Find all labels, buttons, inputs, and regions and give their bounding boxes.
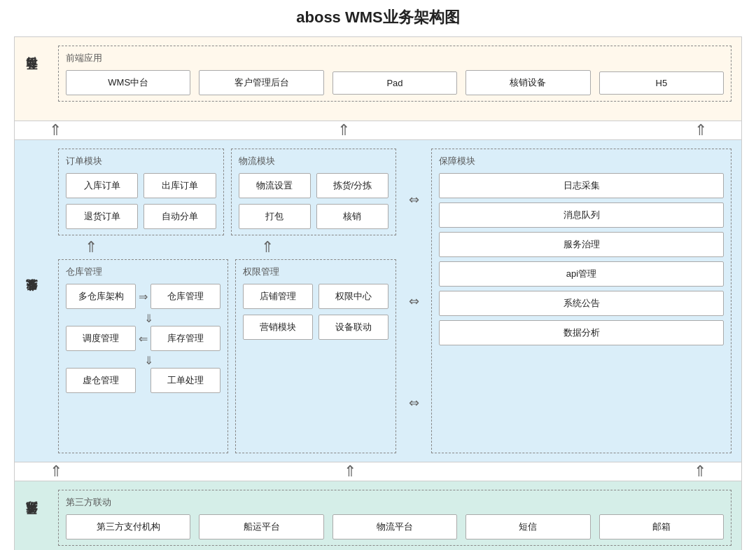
permission-items: 店铺管理 权限中心 营销模块 设备联动 [243, 284, 388, 340]
arrow-bt-2: ⇑ [344, 464, 356, 479]
guarantee-item-1: 消息队列 [439, 202, 724, 228]
main-diagram: 前台互动 前端应用 WMS中台 客户管理后台 Pad 核销设备 H5 ⇑ ⇑ ⇑… [14, 36, 742, 550]
frontend-dashed-box: 前端应用 WMS中台 客户管理后台 Pad 核销设备 H5 [58, 46, 732, 102]
third-items-row: 第三方支付机构 船运平台 物流平台 短信 邮箱 [66, 514, 724, 539]
frontend-item-0: WMS中台 [66, 70, 190, 95]
third-item-1: 船运平台 [199, 514, 323, 539]
order-item-3: 自动分单 [144, 204, 216, 229]
arrow-bt-1: ⇑ [50, 464, 62, 479]
h-arrow-2: ⇔ [409, 294, 419, 309]
frontend-items-row: WMS中台 客户管理后台 Pad 核销设备 H5 [66, 70, 724, 95]
guarantee-module: 保障模块 日志采集 消息队列 服务治理 api管理 系统公告 数据分析 [431, 149, 732, 453]
system-label: 系统业务 [15, 140, 48, 462]
arrow-3: ⇑ [694, 123, 707, 138]
arrows-frontend-system: ⇑ ⇑ ⇑ [15, 121, 741, 140]
permission-item-3: 设备联动 [318, 315, 388, 340]
warehouse-item-2: 调度管理 [66, 326, 136, 351]
third-item-0: 第三方支付机构 [66, 514, 190, 539]
permission-item-2: 营销模块 [243, 315, 313, 340]
h-arrows-col: ⇔ ⇔ ⇔ [403, 149, 424, 453]
guarantee-item-5: 数据分析 [439, 320, 724, 345]
third-item-2: 物流平台 [332, 514, 457, 539]
h-arrow-3: ⇔ [409, 395, 419, 411]
warehouse-item-4: 虚仓管理 [66, 368, 136, 393]
warehouse-item-0: 多仓库架构 [66, 284, 136, 309]
frontend-item-1: 客户管理后台 [199, 70, 323, 95]
arrow-bt-3: ⇑ [694, 464, 706, 479]
frontend-item-4: H5 [599, 71, 724, 95]
order-item-0: 入库订单 [66, 173, 138, 198]
arrow-wh-1: ⇒ [139, 290, 148, 303]
third-label: 第三方系统 [15, 481, 48, 550]
guarantee-item-0: 日志采集 [439, 173, 724, 198]
arrow-wh-down-2: ⇓ [144, 355, 153, 366]
logistics-module: 物流模块 物流设置 拣货/分拣 打包 核销 [231, 149, 397, 235]
permission-label: 权限管理 [243, 266, 388, 278]
arrows-system-third: ⇑ ⇑ ⇑ [15, 462, 741, 481]
third-content: 第三方联动 第三方支付机构 船运平台 物流平台 短信 邮箱 [48, 481, 741, 550]
permission-module: 权限管理 店铺管理 权限中心 营销模块 设备联动 [235, 259, 396, 453]
guarantee-item-2: 服务治理 [439, 232, 724, 257]
order-item-2: 退货订单 [66, 204, 138, 229]
arrow-2: ⇑ [337, 123, 350, 138]
third-item-4: 邮箱 [599, 514, 724, 539]
guarantee-label: 保障模块 [439, 155, 724, 167]
permission-item-1: 权限中心 [318, 284, 388, 309]
warehouse-item-5: 工单处理 [150, 368, 220, 393]
h-arrow-1: ⇔ [409, 192, 419, 207]
arrow-wh-down-1: ⇓ [144, 313, 153, 324]
third-row: 第三方系统 第三方联动 第三方支付机构 船运平台 物流平台 短信 邮箱 [15, 481, 741, 550]
arrow-mid-2: ⇑ [261, 240, 274, 255]
frontend-inner-label: 前端应用 [66, 52, 724, 64]
logistics-items: 物流设置 拣货/分拣 打包 核销 [239, 173, 389, 229]
frontend-label: 前台互动 [15, 37, 48, 121]
guarantee-item-3: api管理 [439, 261, 724, 287]
warehouse-module: 仓库管理 多仓库架构 ⇒ 仓库管理 ⇓ [58, 259, 228, 453]
order-items: 入库订单 出库订单 退货订单 自动分单 [66, 173, 216, 229]
system-content: 订单模块 入库订单 出库订单 退货订单 自动分单 物流模块 [48, 140, 741, 462]
arrow-mid-1: ⇑ [85, 240, 97, 255]
third-item-3: 短信 [465, 514, 590, 539]
frontend-row: 前台互动 前端应用 WMS中台 客户管理后台 Pad 核销设备 H5 [15, 37, 741, 121]
order-module: 订单模块 入库订单 出库订单 退货订单 自动分单 [58, 149, 224, 235]
order-label: 订单模块 [66, 155, 216, 167]
logistics-item-0: 物流设置 [239, 173, 311, 198]
warehouse-label: 仓库管理 [66, 266, 220, 278]
frontend-item-3: 核销设备 [465, 70, 590, 95]
logistics-item-2: 打包 [239, 204, 311, 229]
warehouse-item-1: 仓库管理 [150, 284, 220, 309]
guarantee-item-4: 系统公告 [439, 291, 724, 316]
order-item-1: 出库订单 [144, 173, 216, 198]
arrow-1: ⇑ [49, 123, 62, 138]
third-dashed-box: 第三方联动 第三方支付机构 船运平台 物流平台 短信 邮箱 [58, 490, 732, 546]
mid-arrows: ⇑ ⇑ [58, 235, 396, 259]
frontend-content: 前端应用 WMS中台 客户管理后台 Pad 核销设备 H5 [48, 37, 741, 121]
system-row: 系统业务 订单模块 入库订单 出库订单 退货订单 自动分 [15, 140, 741, 462]
page-title: aboss WMS业务架构图 [296, 7, 459, 28]
logistics-item-3: 核销 [316, 204, 388, 229]
permission-item-0: 店铺管理 [243, 284, 313, 309]
logistics-label: 物流模块 [239, 155, 389, 167]
arrow-wh-2: ⇐ [139, 332, 148, 345]
frontend-item-2: Pad [332, 71, 457, 95]
guarantee-items: 日志采集 消息队列 服务治理 api管理 系统公告 数据分析 [439, 173, 724, 345]
third-inner-label: 第三方联动 [66, 496, 724, 509]
logistics-item-1: 拣货/分拣 [316, 173, 388, 198]
warehouse-item-3: 库存管理 [150, 326, 220, 351]
